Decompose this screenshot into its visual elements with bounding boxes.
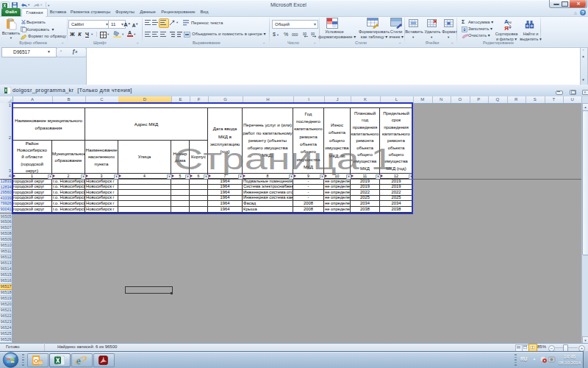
svg-text:00: 00 (303, 32, 307, 36)
svg-text:00: 00 (311, 32, 315, 36)
svg-text:O: O (34, 358, 38, 364)
